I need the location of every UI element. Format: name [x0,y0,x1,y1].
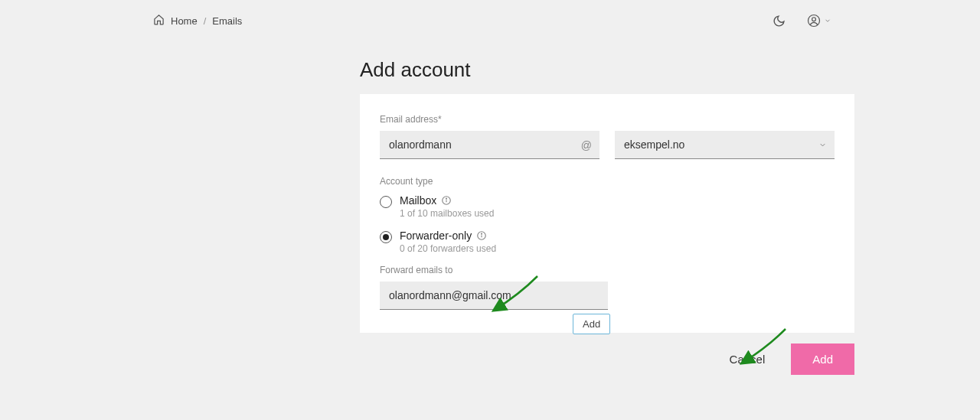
radio-checked-icon [380,231,392,243]
add-forward-button[interactable]: Add [573,314,610,334]
moon-icon [773,15,786,28]
svg-point-7 [482,233,482,234]
domain-selected-value: eksempel.no [624,138,684,151]
user-menu-button[interactable] [804,11,835,31]
user-icon [807,14,821,28]
radio-mailbox[interactable]: Mailbox 1 of 10 mailboxes used [380,194,835,219]
cancel-button[interactable]: Cancel [716,343,779,375]
at-symbol: @ [581,139,592,151]
breadcrumb-home[interactable]: Home [171,15,198,27]
info-icon[interactable] [441,195,452,206]
radio-mailbox-sub: 1 of 10 mailboxes used [400,208,835,219]
radio-forwarder[interactable]: Forwarder-only 0 of 20 forwarders used [380,230,835,254]
theme-toggle-button[interactable] [769,11,789,31]
page-title: Add account [360,58,854,82]
radio-forwarder-sub: 0 of 20 forwarders used [400,243,835,254]
radio-forwarder-label: Forwarder-only [400,230,472,242]
email-localpart-input[interactable] [380,131,599,159]
svg-point-4 [446,198,447,199]
email-label: Email address* [380,114,835,125]
forward-email-input[interactable] [380,282,608,310]
breadcrumb-separator: / [204,15,207,27]
radio-unchecked-icon [380,196,392,208]
account-type-label: Account type [380,176,835,187]
home-icon [153,14,165,28]
svg-point-1 [812,18,816,21]
add-button[interactable]: Add [791,343,854,375]
add-account-form: Email address* @ eksempel.no [360,94,854,333]
domain-select[interactable]: eksempel.no [615,131,835,159]
radio-mailbox-label: Mailbox [400,194,436,207]
info-icon[interactable] [476,230,487,241]
chevron-down-icon [824,17,831,24]
forward-label: Forward emails to [380,265,835,275]
breadcrumb-emails[interactable]: Emails [212,15,242,27]
breadcrumb: Home / Emails [153,14,242,28]
